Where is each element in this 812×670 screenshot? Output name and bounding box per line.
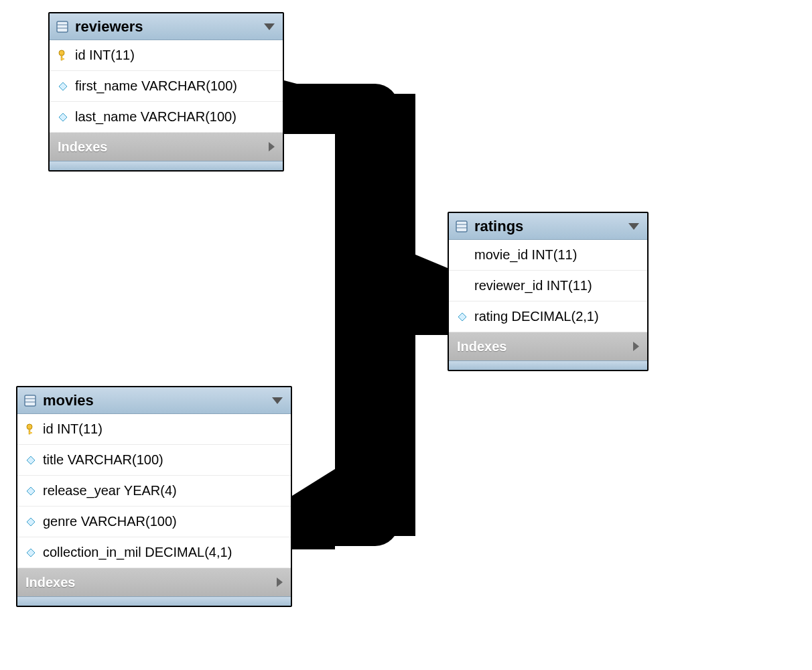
chevron-down-icon[interactable] — [272, 397, 283, 404]
column-row[interactable]: first_name VARCHAR(100) — [50, 71, 283, 102]
table-title: reviewers — [75, 18, 264, 36]
svg-rect-16 — [25, 395, 36, 406]
column-nullable-icon — [456, 312, 469, 322]
column-row[interactable]: id INT(11) — [17, 414, 291, 445]
column-row[interactable]: last_name VARCHAR(100) — [50, 102, 283, 133]
table-title: movies — [43, 392, 272, 409]
table-header[interactable]: reviewers — [50, 13, 283, 40]
column-row[interactable]: release_year YEAR(4) — [17, 476, 291, 507]
table-title: ratings — [474, 218, 628, 235]
column-nullable-icon — [24, 456, 38, 465]
table-footer — [50, 161, 283, 170]
table-ratings[interactable]: ratings movie_id INT(11) reviewer_id INT… — [448, 212, 649, 371]
svg-marker-1 — [284, 80, 335, 134]
indexes-label: Indexes — [25, 575, 75, 590]
chevron-right-icon[interactable] — [633, 342, 639, 351]
column-text: id INT(11) — [43, 421, 103, 437]
table-footer — [449, 360, 647, 370]
svg-marker-3 — [415, 255, 448, 335]
table-footer — [17, 596, 291, 606]
svg-rect-21 — [29, 432, 32, 433]
column-text: release_year YEAR(4) — [43, 483, 177, 498]
column-row[interactable]: movie_id INT(11) — [449, 240, 647, 271]
column-row[interactable]: reviewer_id INT(11) — [449, 271, 647, 302]
column-text: title VARCHAR(100) — [43, 452, 163, 468]
column-row[interactable]: collection_in_mil DECIMAL(4,1) — [17, 537, 291, 568]
column-row[interactable]: title VARCHAR(100) — [17, 445, 291, 476]
column-row[interactable]: id INT(11) — [50, 40, 283, 71]
svg-rect-9 — [61, 58, 64, 60]
svg-marker-23 — [27, 487, 35, 495]
table-icon — [24, 395, 36, 407]
svg-marker-2 — [292, 469, 335, 549]
column-row[interactable]: genre VARCHAR(100) — [17, 507, 291, 537]
column-nullable-icon — [24, 486, 38, 496]
column-row[interactable]: rating DECIMAL(2,1) — [449, 302, 647, 332]
column-text: collection_in_mil DECIMAL(4,1) — [43, 545, 232, 560]
svg-marker-10 — [59, 82, 67, 90]
column-text: first_name VARCHAR(100) — [75, 78, 237, 94]
indexes-label: Indexes — [58, 139, 107, 155]
table-header[interactable]: ratings — [449, 213, 647, 240]
column-nullable-icon — [56, 113, 70, 122]
primary-key-icon — [56, 50, 70, 62]
table-icon — [456, 220, 468, 232]
chevron-right-icon[interactable] — [277, 578, 283, 587]
erd-canvas: reviewers id INT(11) first_name VARCHAR(… — [0, 0, 812, 670]
svg-rect-12 — [456, 221, 467, 232]
svg-marker-11 — [59, 113, 67, 121]
svg-marker-22 — [27, 456, 35, 464]
column-text: id INT(11) — [75, 48, 135, 63]
column-nullable-icon — [24, 517, 38, 527]
column-text: movie_id INT(11) — [474, 247, 577, 263]
chevron-down-icon[interactable] — [628, 223, 639, 230]
svg-marker-25 — [27, 549, 35, 557]
column-text: genre VARCHAR(100) — [43, 514, 177, 529]
svg-rect-4 — [57, 21, 68, 32]
indexes-section[interactable]: Indexes — [449, 332, 647, 360]
table-header[interactable]: movies — [17, 387, 291, 414]
column-nullable-icon — [56, 82, 70, 91]
indexes-section[interactable]: Indexes — [50, 133, 283, 161]
table-icon — [56, 21, 68, 33]
svg-marker-24 — [27, 518, 35, 526]
column-text: rating DECIMAL(2,1) — [474, 309, 599, 324]
chevron-right-icon[interactable] — [269, 142, 275, 151]
indexes-section[interactable]: Indexes — [17, 568, 291, 596]
table-reviewers[interactable]: reviewers id INT(11) first_name VARCHAR(… — [48, 12, 284, 172]
table-movies[interactable]: movies id INT(11) title VARCHAR(100) rel… — [16, 386, 292, 607]
svg-rect-0 — [335, 94, 415, 536]
column-text: reviewer_id INT(11) — [474, 278, 592, 293]
primary-key-icon — [24, 423, 38, 436]
column-nullable-icon — [24, 548, 38, 557]
indexes-label: Indexes — [457, 339, 506, 354]
svg-marker-15 — [458, 313, 466, 321]
chevron-down-icon[interactable] — [264, 23, 275, 30]
column-text: last_name VARCHAR(100) — [75, 109, 236, 125]
